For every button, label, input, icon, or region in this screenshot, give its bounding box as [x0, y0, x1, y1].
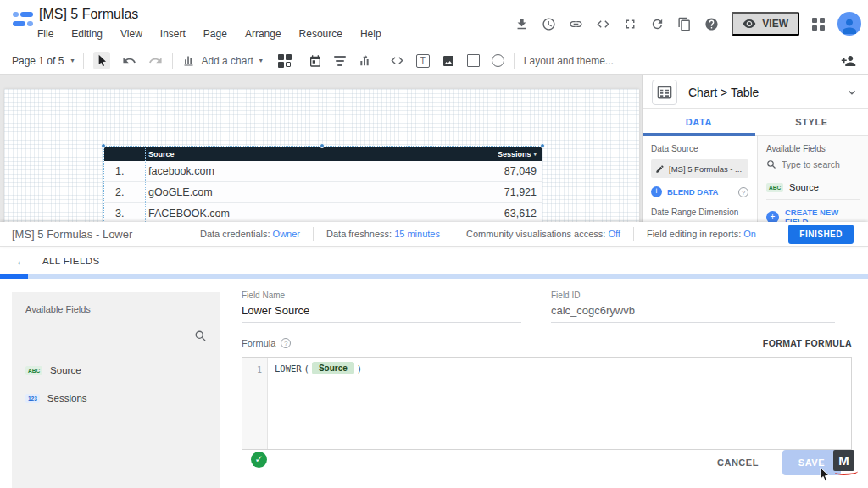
table-chart[interactable]: Source Sessions ▾ 1. facebook.com 87,049…	[104, 147, 542, 225]
metric-type-badge: 123	[25, 394, 40, 403]
pencil-icon[interactable]	[655, 164, 665, 174]
field-name-label: Field Name	[242, 291, 521, 300]
format-formula-button[interactable]: FORMAT FORMULA	[763, 338, 852, 348]
field-item-source[interactable]: ABC Source	[25, 365, 207, 375]
menu-editing[interactable]: Editing	[71, 28, 103, 40]
chart-breadcrumb[interactable]: Chart > Table	[688, 86, 759, 99]
cancel-button[interactable]: CANCEL	[717, 458, 759, 468]
fullscreen-icon[interactable]	[623, 17, 637, 31]
menu-page[interactable]: Page	[203, 28, 227, 40]
field-editing-item: Field editing in reports: On	[647, 229, 756, 239]
all-fields-label[interactable]: ALL FIELDS	[42, 256, 100, 266]
column-header-sessions[interactable]: Sessions ▾	[498, 150, 537, 158]
row-sessions: 71,921	[504, 186, 537, 198]
redo-icon[interactable]	[148, 53, 163, 68]
report-canvas[interactable]: Source Sessions ▾ 1. facebook.com 87,049…	[0, 75, 642, 222]
apps-grid-icon[interactable]	[812, 18, 825, 30]
field-name: Source	[789, 182, 819, 192]
view-button[interactable]: VIEW	[732, 12, 799, 36]
field-id-group: Field ID	[551, 291, 835, 323]
chevron-down-icon: ▾	[259, 57, 263, 64]
data-credentials-value[interactable]: Owner	[273, 229, 300, 239]
data-freshness-item: Data freshness: 15 minutes	[326, 229, 440, 239]
refresh-icon[interactable]	[650, 17, 665, 31]
formula-code[interactable]: LOWER ( Source )	[268, 358, 369, 449]
data-studio-logo	[12, 11, 34, 28]
menu-file[interactable]: File	[37, 28, 53, 40]
formula-help-icon[interactable]: ?	[281, 338, 291, 348]
user-avatar[interactable]	[837, 12, 861, 36]
field-name-group: Field Name	[242, 291, 521, 323]
text-tool-icon[interactable]: T	[416, 54, 430, 68]
toolbar-divider	[83, 53, 84, 69]
mouse-cursor	[820, 467, 831, 482]
selection-handle[interactable]	[540, 143, 545, 148]
formula-editor[interactable]: 1 LOWER ( Source )	[242, 357, 852, 450]
table-row: 2. gOoGLE.com 71,921	[104, 182, 542, 203]
save-button[interactable]: SAVE	[782, 450, 841, 475]
editor-field-search[interactable]	[25, 330, 207, 347]
field-search-input[interactable]	[782, 159, 858, 169]
download-icon[interactable]	[515, 17, 529, 31]
page-selector[interactable]: Page 1 of 5 ▾	[12, 55, 74, 67]
calculated-field-editor: Available Fields ABC Source 123 Sessions…	[0, 279, 868, 488]
selection-handle[interactable]	[320, 143, 325, 148]
filter-control-icon[interactable]	[334, 56, 346, 66]
menu-insert[interactable]: Insert	[160, 28, 186, 40]
add-a-chart-button[interactable]: Add a chart ▾	[182, 54, 262, 67]
blend-data-button[interactable]: + BLEND DATA ?	[651, 186, 748, 197]
menu-help[interactable]: Help	[360, 28, 381, 40]
row-number: 2.	[104, 186, 148, 198]
data-source-chip[interactable]: [MS] 5 Formulas - ...	[651, 159, 748, 178]
finished-button[interactable]: FINISHED	[788, 225, 854, 244]
circle-tool-icon[interactable]	[492, 54, 504, 67]
column-header-source[interactable]: Source	[148, 150, 175, 158]
image-tool-icon[interactable]	[442, 54, 455, 68]
line-number-gutter: 1	[242, 358, 268, 449]
help-circle-icon[interactable]: ?	[738, 187, 748, 197]
data-source-bar: [MS] 5 Formulas - Lower Data credentials…	[0, 222, 868, 247]
link-icon[interactable]	[569, 17, 583, 31]
menu-arrange[interactable]: Arrange	[245, 28, 281, 40]
report-title[interactable]: [MS] 5 Formulas	[39, 7, 138, 22]
menu-view[interactable]: View	[120, 28, 142, 40]
tab-style[interactable]: STYLE	[755, 109, 868, 135]
copy-report-icon[interactable]	[677, 17, 692, 31]
undo-icon[interactable]	[122, 53, 136, 68]
report-page[interactable]: Source Sessions ▾ 1. facebook.com 87,049…	[4, 89, 639, 222]
date-range-control-icon[interactable]	[309, 54, 322, 68]
history-icon[interactable]	[542, 17, 556, 31]
row-number: 3.	[104, 208, 148, 219]
row-sessions: 87,049	[504, 165, 537, 177]
field-name-input[interactable]	[242, 300, 521, 323]
help-icon[interactable]	[704, 17, 719, 31]
menu-resource[interactable]: Resource	[299, 28, 342, 40]
back-arrow-icon[interactable]: ←	[15, 253, 28, 268]
bar-chart-icon	[182, 54, 195, 67]
view-button-label: VIEW	[762, 18, 788, 30]
add-person-icon[interactable]	[841, 53, 856, 69]
select-tool[interactable]	[93, 52, 110, 69]
community-access-value[interactable]: Off	[608, 229, 620, 239]
collapse-chevron-icon[interactable]	[846, 86, 858, 98]
row-sessions: 63,612	[504, 208, 537, 219]
url-embed-icon[interactable]	[390, 53, 404, 68]
field-item-sessions[interactable]: 123 Sessions	[25, 393, 207, 403]
tab-data[interactable]: DATA	[643, 109, 755, 135]
field-editing-value[interactable]: On	[743, 229, 756, 239]
formula-field-chip[interactable]: Source	[312, 362, 354, 374]
field-search[interactable]	[766, 159, 860, 175]
community-visualizations-icon[interactable]	[278, 54, 292, 68]
field-item-source[interactable]: ABC Source	[766, 175, 860, 200]
selection-handle[interactable]	[101, 143, 106, 148]
field-name: Sessions	[47, 393, 87, 403]
data-freshness-value[interactable]: 15 minutes	[394, 229, 440, 239]
field-id-input[interactable]	[551, 300, 835, 323]
data-control-icon[interactable]	[358, 54, 371, 68]
page-indicator: Page 1 of 5	[12, 55, 64, 67]
rectangle-tool-icon[interactable]	[467, 54, 480, 67]
embed-code-icon[interactable]	[596, 17, 610, 31]
available-fields-column: Available Fields ABC Source + CREATE NEW…	[758, 136, 868, 222]
divider	[313, 227, 314, 241]
layout-and-theme-button[interactable]: Layout and theme...	[524, 55, 614, 67]
